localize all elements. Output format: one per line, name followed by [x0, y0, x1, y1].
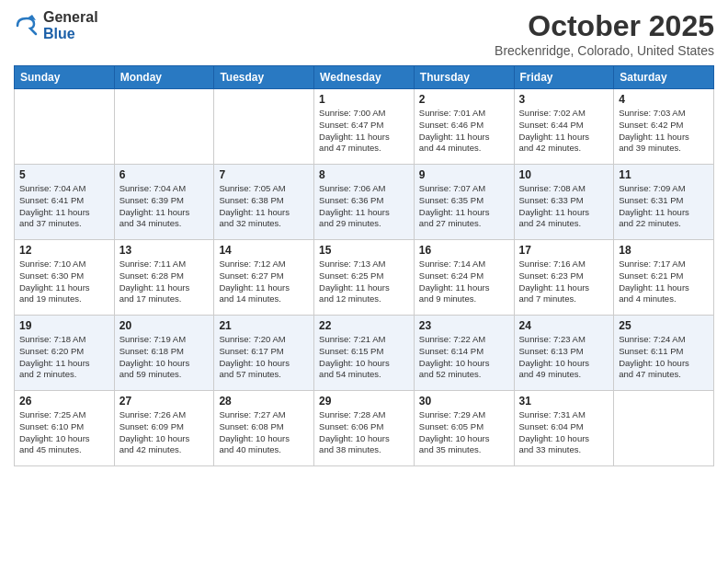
logo: General Blue	[14, 9, 98, 41]
col-header-thursday: Thursday	[414, 66, 514, 89]
calendar-day-cell: 3Sunrise: 7:02 AMSunset: 6:44 PMDaylight…	[514, 89, 614, 165]
calendar-subtitle: Breckenridge, Colorado, United States	[495, 43, 714, 58]
day-info: Sunrise: 7:22 AMSunset: 6:14 PMDaylight:…	[419, 334, 509, 381]
day-number: 18	[619, 244, 709, 257]
day-info: Sunrise: 7:23 AMSunset: 6:13 PMDaylight:…	[519, 334, 609, 381]
day-info: Sunrise: 7:05 AMSunset: 6:38 PMDaylight:…	[219, 183, 309, 230]
col-header-monday: Monday	[114, 66, 214, 89]
day-number: 12	[19, 244, 109, 257]
calendar-day-cell: 25Sunrise: 7:24 AMSunset: 6:11 PMDayligh…	[614, 316, 714, 391]
day-info: Sunrise: 7:28 AMSunset: 6:06 PMDaylight:…	[319, 409, 409, 456]
calendar-title: October 2025	[495, 9, 714, 43]
calendar-day-cell: 11Sunrise: 7:09 AMSunset: 6:31 PMDayligh…	[614, 165, 714, 240]
day-number: 31	[519, 395, 609, 408]
calendar-day-cell: 23Sunrise: 7:22 AMSunset: 6:14 PMDayligh…	[414, 316, 514, 391]
day-number: 6	[119, 168, 210, 181]
calendar-table: SundayMondayTuesdayWednesdayThursdayFrid…	[14, 65, 714, 466]
day-info: Sunrise: 7:20 AMSunset: 6:17 PMDaylight:…	[219, 334, 309, 381]
calendar-day-cell: 27Sunrise: 7:26 AMSunset: 6:09 PMDayligh…	[114, 391, 214, 466]
header: General Blue October 2025 Breckenridge, …	[14, 9, 714, 58]
calendar-day-cell: 30Sunrise: 7:29 AMSunset: 6:05 PMDayligh…	[414, 391, 514, 466]
day-number: 23	[419, 319, 509, 332]
calendar-day-cell: 24Sunrise: 7:23 AMSunset: 6:13 PMDayligh…	[514, 316, 614, 391]
day-info: Sunrise: 7:12 AMSunset: 6:27 PMDaylight:…	[219, 259, 309, 305]
calendar-week-row: 5Sunrise: 7:04 AMSunset: 6:41 PMDaylight…	[15, 165, 714, 240]
day-number: 7	[219, 168, 309, 181]
calendar-day-cell: 26Sunrise: 7:25 AMSunset: 6:10 PMDayligh…	[15, 391, 115, 466]
day-number: 4	[619, 93, 709, 106]
calendar-header-row: SundayMondayTuesdayWednesdayThursdayFrid…	[15, 66, 714, 89]
day-number: 25	[619, 319, 709, 332]
calendar-week-row: 19Sunrise: 7:18 AMSunset: 6:20 PMDayligh…	[15, 316, 714, 391]
day-info: Sunrise: 7:29 AMSunset: 6:05 PMDaylight:…	[419, 409, 509, 456]
day-info: Sunrise: 7:13 AMSunset: 6:25 PMDaylight:…	[319, 259, 409, 305]
day-number: 14	[219, 244, 309, 257]
day-info: Sunrise: 7:06 AMSunset: 6:36 PMDaylight:…	[319, 183, 409, 230]
calendar-week-row: 1Sunrise: 7:00 AMSunset: 6:47 PMDaylight…	[15, 89, 714, 165]
calendar-day-cell: 20Sunrise: 7:19 AMSunset: 6:18 PMDayligh…	[114, 316, 214, 391]
day-info: Sunrise: 7:08 AMSunset: 6:33 PMDaylight:…	[519, 183, 609, 230]
day-info: Sunrise: 7:10 AMSunset: 6:30 PMDaylight:…	[19, 259, 109, 305]
calendar-day-cell: 7Sunrise: 7:05 AMSunset: 6:38 PMDaylight…	[214, 165, 314, 240]
day-info: Sunrise: 7:27 AMSunset: 6:08 PMDaylight:…	[219, 409, 309, 456]
empty-cell	[214, 89, 314, 165]
day-number: 21	[219, 319, 309, 332]
calendar-day-cell: 10Sunrise: 7:08 AMSunset: 6:33 PMDayligh…	[514, 165, 614, 240]
day-info: Sunrise: 7:04 AMSunset: 6:39 PMDaylight:…	[119, 183, 210, 230]
calendar-day-cell: 15Sunrise: 7:13 AMSunset: 6:25 PMDayligh…	[314, 240, 415, 316]
col-header-wednesday: Wednesday	[314, 66, 415, 89]
day-number: 5	[19, 168, 109, 181]
day-number: 13	[119, 244, 210, 257]
day-number: 2	[419, 93, 509, 106]
day-info: Sunrise: 7:07 AMSunset: 6:35 PMDaylight:…	[419, 183, 509, 230]
day-number: 27	[119, 395, 210, 408]
day-info: Sunrise: 7:14 AMSunset: 6:24 PMDaylight:…	[419, 259, 509, 305]
calendar-day-cell: 1Sunrise: 7:00 AMSunset: 6:47 PMDaylight…	[314, 89, 415, 165]
calendar-day-cell: 12Sunrise: 7:10 AMSunset: 6:30 PMDayligh…	[15, 240, 115, 316]
day-info: Sunrise: 7:04 AMSunset: 6:41 PMDaylight:…	[19, 183, 109, 230]
calendar-day-cell: 19Sunrise: 7:18 AMSunset: 6:20 PMDayligh…	[15, 316, 115, 391]
empty-cell	[114, 89, 214, 165]
day-number: 9	[419, 168, 509, 181]
day-number: 30	[419, 395, 509, 408]
title-block: October 2025 Breckenridge, Colorado, Uni…	[495, 9, 714, 58]
day-info: Sunrise: 7:00 AMSunset: 6:47 PMDaylight:…	[319, 108, 409, 155]
calendar-day-cell: 17Sunrise: 7:16 AMSunset: 6:23 PMDayligh…	[514, 240, 614, 316]
day-info: Sunrise: 7:21 AMSunset: 6:15 PMDaylight:…	[319, 334, 409, 381]
day-info: Sunrise: 7:19 AMSunset: 6:18 PMDaylight:…	[119, 334, 210, 381]
day-number: 8	[319, 168, 409, 181]
day-number: 28	[219, 395, 309, 408]
calendar-day-cell: 14Sunrise: 7:12 AMSunset: 6:27 PMDayligh…	[214, 240, 314, 316]
calendar-day-cell: 18Sunrise: 7:17 AMSunset: 6:21 PMDayligh…	[614, 240, 714, 316]
day-info: Sunrise: 7:01 AMSunset: 6:46 PMDaylight:…	[419, 108, 509, 155]
day-number: 26	[19, 395, 109, 408]
logo-icon	[14, 13, 40, 39]
day-number: 15	[319, 244, 409, 257]
col-header-tuesday: Tuesday	[214, 66, 314, 89]
calendar-day-cell: 8Sunrise: 7:06 AMSunset: 6:36 PMDaylight…	[314, 165, 415, 240]
col-header-friday: Friday	[514, 66, 614, 89]
day-info: Sunrise: 7:24 AMSunset: 6:11 PMDaylight:…	[619, 334, 709, 381]
calendar-day-cell: 16Sunrise: 7:14 AMSunset: 6:24 PMDayligh…	[414, 240, 514, 316]
day-info: Sunrise: 7:09 AMSunset: 6:31 PMDaylight:…	[619, 183, 709, 230]
calendar-day-cell: 21Sunrise: 7:20 AMSunset: 6:17 PMDayligh…	[214, 316, 314, 391]
day-number: 16	[419, 244, 509, 257]
calendar-day-cell: 31Sunrise: 7:31 AMSunset: 6:04 PMDayligh…	[514, 391, 614, 466]
day-info: Sunrise: 7:17 AMSunset: 6:21 PMDaylight:…	[619, 259, 709, 305]
day-info: Sunrise: 7:31 AMSunset: 6:04 PMDaylight:…	[519, 409, 609, 456]
day-number: 22	[319, 319, 409, 332]
day-info: Sunrise: 7:26 AMSunset: 6:09 PMDaylight:…	[119, 409, 210, 456]
calendar-day-cell: 22Sunrise: 7:21 AMSunset: 6:15 PMDayligh…	[314, 316, 415, 391]
day-number: 3	[519, 93, 609, 106]
empty-cell	[15, 89, 115, 165]
calendar-day-cell: 6Sunrise: 7:04 AMSunset: 6:39 PMDaylight…	[114, 165, 214, 240]
day-number: 10	[519, 168, 609, 181]
day-info: Sunrise: 7:16 AMSunset: 6:23 PMDaylight:…	[519, 259, 609, 305]
logo-general: General	[43, 9, 98, 26]
day-info: Sunrise: 7:11 AMSunset: 6:28 PMDaylight:…	[119, 259, 210, 305]
day-number: 20	[119, 319, 210, 332]
day-info: Sunrise: 7:02 AMSunset: 6:44 PMDaylight:…	[519, 108, 609, 155]
day-number: 24	[519, 319, 609, 332]
calendar-day-cell: 29Sunrise: 7:28 AMSunset: 6:06 PMDayligh…	[314, 391, 415, 466]
col-header-sunday: Sunday	[15, 66, 115, 89]
